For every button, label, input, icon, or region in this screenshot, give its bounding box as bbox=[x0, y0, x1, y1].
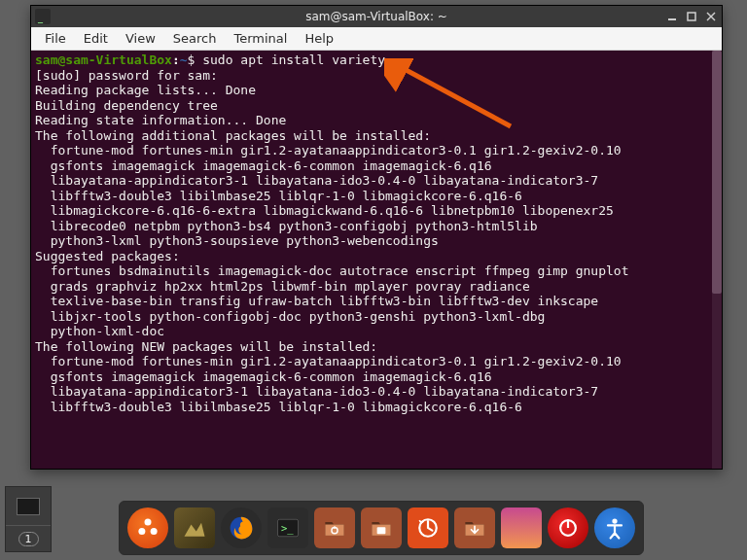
window-controls bbox=[665, 10, 718, 23]
menu-terminal[interactable]: Terminal bbox=[226, 28, 295, 49]
typed-command: sudo apt install variety bbox=[202, 52, 385, 67]
svg-rect-3 bbox=[688, 13, 695, 20]
svg-point-9 bbox=[138, 528, 145, 535]
dock-item-power[interactable] bbox=[548, 508, 588, 548]
workspace-switcher[interactable]: 1 bbox=[5, 486, 52, 552]
dock-item-downloads[interactable] bbox=[454, 508, 495, 548]
menu-edit[interactable]: Edit bbox=[76, 28, 116, 49]
svg-point-8 bbox=[145, 518, 152, 525]
menu-view[interactable]: View bbox=[118, 28, 163, 49]
svg-text:>_: >_ bbox=[281, 522, 294, 535]
window-title: sam@sam-VirtualBox: ~ bbox=[305, 10, 447, 23]
prompt-userhost: sam@sam-VirtualBox bbox=[35, 52, 172, 67]
menu-search[interactable]: Search bbox=[165, 28, 225, 49]
menu-help[interactable]: Help bbox=[297, 28, 341, 49]
dock-item-image-viewer[interactable] bbox=[174, 508, 215, 548]
titlebar[interactable]: _ sam@sam-VirtualBox: ~ bbox=[31, 6, 722, 27]
prompt-colon: : bbox=[172, 52, 180, 67]
dock-item-backup[interactable] bbox=[408, 508, 448, 548]
svg-point-10 bbox=[151, 528, 158, 535]
terminal-window: _ sam@sam-VirtualBox: ~ File Edit View S… bbox=[30, 5, 723, 470]
workspace-indicator[interactable]: 1 bbox=[6, 526, 51, 551]
dock-item-firefox[interactable] bbox=[221, 508, 262, 548]
prompt-path: ~ bbox=[180, 52, 188, 67]
terminal-scrollbar[interactable] bbox=[712, 51, 722, 469]
dock-item-terminal[interactable]: >_ bbox=[267, 508, 308, 548]
dock-item-show-apps[interactable] bbox=[127, 508, 168, 548]
dock-item-app[interactable] bbox=[501, 508, 542, 548]
dock-item-documents[interactable] bbox=[361, 508, 402, 548]
workspace-number: 1 bbox=[18, 532, 39, 546]
svg-rect-16 bbox=[377, 527, 386, 534]
svg-text:_: _ bbox=[37, 12, 44, 23]
dock: >_ bbox=[119, 501, 644, 555]
svg-rect-2 bbox=[668, 18, 676, 20]
minimize-button[interactable] bbox=[665, 10, 679, 23]
menubar: File Edit View Search Terminal Help bbox=[31, 27, 722, 51]
terminal-output: [sudo] password for sam: Reading package… bbox=[35, 68, 628, 414]
terminal-titlebar-icon: _ bbox=[35, 9, 51, 24]
svg-rect-15 bbox=[334, 526, 336, 529]
prompt-symbol: $ bbox=[188, 52, 203, 67]
workspace-thumbnail[interactable] bbox=[6, 487, 51, 526]
maximize-button[interactable] bbox=[685, 10, 698, 23]
menu-file[interactable]: File bbox=[37, 28, 74, 49]
window-thumbnail-icon bbox=[17, 498, 40, 515]
dock-item-files[interactable] bbox=[314, 508, 355, 548]
dock-item-accessibility[interactable] bbox=[594, 508, 635, 548]
close-button[interactable] bbox=[704, 10, 718, 23]
terminal-body[interactable]: sam@sam-VirtualBox:~$ sudo apt install v… bbox=[31, 51, 722, 469]
svg-point-20 bbox=[612, 518, 617, 523]
scrollbar-thumb[interactable] bbox=[712, 51, 722, 294]
